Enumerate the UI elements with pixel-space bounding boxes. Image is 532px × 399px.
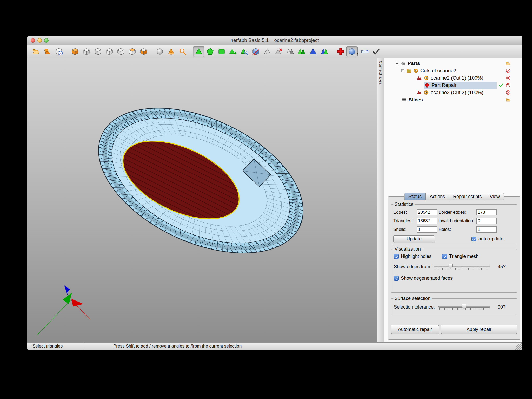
select-rectangle-icon[interactable] — [216, 46, 227, 57]
triangle-blue-icon[interactable] — [307, 46, 319, 57]
tree-row-parts[interactable]: Parts — [384, 60, 522, 67]
view-bottom-cube-icon[interactable] — [138, 46, 149, 57]
titlebar[interactable]: netfabb Basic 5.1 – ocarine2.fabbproject — [27, 36, 522, 45]
part-info-icon[interactable]: i — [53, 46, 65, 57]
close-button[interactable] — [31, 38, 35, 43]
viewport-3d[interactable] — [27, 58, 377, 342]
tab-repair-scripts[interactable]: Repair scripts — [449, 193, 486, 200]
triangles-input[interactable] — [417, 218, 437, 224]
resize-grip[interactable] — [515, 343, 522, 350]
zoom-icon[interactable] — [177, 46, 188, 57]
ocarina-model-canvas[interactable] — [27, 58, 377, 342]
orient-triangles-gray-icon[interactable] — [284, 46, 296, 57]
selected-row-highlight[interactable]: Part Repair — [424, 82, 497, 89]
cut-icon[interactable] — [250, 46, 262, 57]
surface-selection-title: Surface selection — [393, 296, 432, 301]
tree-row-cuts-group[interactable]: Cuts of ocarine2 — [384, 67, 522, 74]
invalid-orientation-input[interactable] — [476, 218, 497, 224]
repair-buttons: Automatic repair Apply repair — [391, 325, 517, 334]
update-button[interactable]: Update — [393, 235, 435, 243]
show-degenerated-row[interactable]: Show degenerated faces — [394, 276, 453, 281]
border-edges-input[interactable] — [476, 209, 497, 215]
context-area-strip[interactable]: Context area — [377, 58, 384, 342]
shells-label: Shells: — [393, 227, 415, 232]
zoom-button[interactable] — [44, 38, 49, 43]
holes-input[interactable] — [476, 226, 497, 233]
highlight-holes-checkbox[interactable] — [394, 254, 399, 259]
view-iso-cube-icon[interactable] — [69, 46, 81, 57]
parts-icon — [401, 61, 406, 66]
minimize-button[interactable] — [37, 38, 42, 43]
shells-input[interactable] — [417, 226, 437, 233]
add-part-icon[interactable] — [42, 46, 53, 57]
parts-tree: Parts Cuts of ocarine2 ocarine2 (Cut 1) … — [384, 58, 522, 196]
border-edges-label: Border edges:: — [438, 210, 475, 215]
tree-row-part-repair[interactable]: Part Repair — [384, 82, 522, 89]
show-edges-value: 45? — [494, 264, 506, 270]
view-left-cube-icon[interactable] — [104, 46, 115, 57]
tree-label-parts: Parts — [408, 61, 420, 66]
toolbar: i▾ — [27, 45, 522, 58]
apply-repair-button[interactable]: Apply repair — [441, 325, 517, 334]
cone-icon[interactable] — [165, 46, 177, 57]
tree-label-slices: Slices — [409, 97, 423, 103]
view-right-cube-icon[interactable] — [115, 46, 127, 57]
zoom-selection-icon[interactable] — [239, 46, 250, 57]
tab-view[interactable]: View — [486, 193, 504, 200]
tree-label-cut2: ocarine2 (Cut 2) (100%) — [431, 90, 483, 95]
repair-plus-icon — [424, 83, 430, 88]
tree-row-cut1[interactable]: ocarine2 (Cut 1) (100%) — [384, 74, 522, 82]
delete-item-icon[interactable] — [506, 68, 511, 73]
triangle-mesh-checkbox[interactable] — [442, 254, 447, 259]
apply-icon[interactable] — [370, 46, 382, 57]
context-area-label: Context area — [378, 58, 383, 342]
edges-label: Edges: — [393, 210, 415, 215]
select-polygon-icon[interactable] — [204, 46, 216, 57]
shells-icon[interactable] — [262, 46, 273, 57]
status-hint: Press Shift to add / remove triangles to… — [83, 343, 515, 350]
display-mode-dropdown-arrow[interactable]: ▾ — [357, 52, 358, 55]
visibility-eye-icon[interactable] — [413, 68, 418, 73]
triangle-mesh-row[interactable]: Triangle mesh — [442, 254, 478, 259]
visibility-eye-icon[interactable] — [424, 75, 429, 81]
expander-minus-icon[interactable] — [395, 62, 399, 65]
select-triangles-icon[interactable] — [193, 46, 204, 57]
view-front-cube-icon[interactable] — [81, 46, 92, 57]
tree-row-slices[interactable]: Slices — [384, 96, 522, 103]
automatic-repair-button[interactable]: Automatic repair — [391, 325, 439, 334]
selection-tolerance-slider[interactable] — [438, 303, 490, 311]
tab-status[interactable]: Status — [404, 193, 426, 200]
expander-minus-icon[interactable] — [401, 69, 404, 73]
orient-triangles-green-icon[interactable] — [296, 46, 307, 57]
view-back-cube-icon[interactable] — [92, 46, 104, 57]
visualization-title: Visualization — [393, 246, 422, 252]
statistics-title: Statistics — [393, 202, 415, 207]
repair-part-icon[interactable] — [335, 46, 346, 57]
view-top-cube-icon[interactable] — [127, 46, 138, 57]
show-edges-slider[interactable] — [434, 263, 490, 270]
remove-triangles-icon[interactable] — [273, 46, 284, 57]
statistics-actions: Update auto-update — [393, 235, 515, 243]
tab-actions[interactable]: Actions — [426, 193, 449, 200]
triangle-blue-green-icon[interactable] — [319, 46, 330, 57]
display-mode-sphere-icon[interactable] — [346, 46, 358, 57]
open-project-icon[interactable] — [30, 46, 42, 57]
highlight-holes-row[interactable]: Highlight holes — [394, 254, 442, 259]
apply-check-icon[interactable] — [498, 83, 504, 88]
delete-item-icon[interactable] — [506, 83, 511, 88]
show-degenerated-checkbox[interactable] — [394, 276, 399, 281]
auto-update-label: auto-update — [478, 236, 503, 242]
delete-item-icon[interactable] — [506, 90, 511, 95]
auto-update-row[interactable]: auto-update — [471, 236, 503, 242]
visibility-eye-icon[interactable] — [424, 90, 429, 95]
slices-folder-icon[interactable] — [506, 97, 511, 102]
edges-input[interactable] — [417, 209, 437, 215]
statusbar: Select triangles Press Shift to add / re… — [27, 342, 522, 350]
tree-row-cut2[interactable]: ocarine2 (Cut 2) (100%) — [384, 89, 522, 96]
sphere-icon[interactable] — [154, 46, 165, 57]
measure-icon[interactable] — [359, 46, 370, 57]
parts-folder-icon[interactable] — [506, 61, 511, 66]
delete-item-icon[interactable] — [506, 75, 511, 81]
expand-selection-icon[interactable] — [227, 46, 239, 57]
auto-update-checkbox[interactable] — [471, 237, 476, 241]
